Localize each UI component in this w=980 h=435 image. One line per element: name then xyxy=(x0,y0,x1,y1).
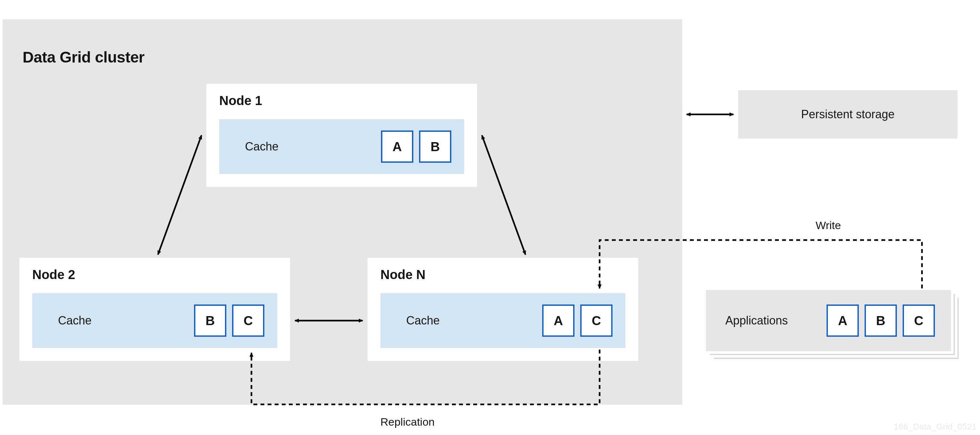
arrows-layer xyxy=(0,0,980,435)
diagram-canvas: Data Grid cluster Node 1 Cache A B Node … xyxy=(0,0,980,435)
svg-line-1 xyxy=(482,135,525,254)
svg-line-0 xyxy=(158,135,202,254)
